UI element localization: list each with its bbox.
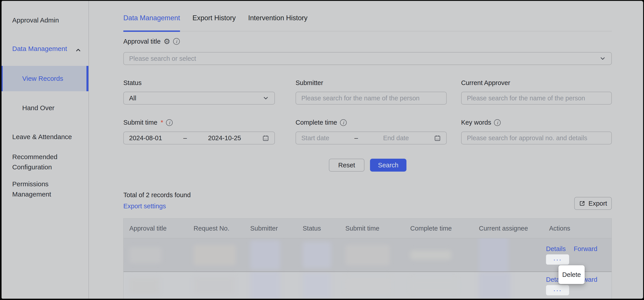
sidebar-item-permissions-management[interactable]: Permissions Management	[12, 179, 73, 199]
redacted-cell	[410, 279, 457, 293]
col-submit-time: Submit time	[340, 225, 404, 232]
chevron-up-icon	[75, 47, 82, 53]
col-current-assignee: Current assignee	[473, 225, 543, 232]
redacted-cell	[345, 245, 390, 265]
more-actions-button[interactable]: ···	[546, 254, 569, 265]
sidebar-item-leave-attendance[interactable]: Leave & Attendance	[12, 132, 72, 142]
redacted-cell	[250, 272, 280, 299]
app-window: Approval Admin Data Management View Reco…	[0, 0, 644, 300]
records-table: Approval title Request No. Submitter Sta…	[123, 218, 612, 299]
redacted-cell	[250, 240, 280, 270]
results-summary: Total of 2 records found	[123, 191, 191, 199]
export-icon	[579, 200, 586, 207]
complete-time-end-placeholder: End date	[383, 134, 409, 142]
col-approval-title: Approval title	[124, 225, 188, 232]
redacted-cell	[479, 272, 510, 299]
sidebar-item-approval-admin[interactable]: Approval Admin	[12, 15, 59, 25]
redacted-cell	[129, 278, 159, 294]
current-approver-input[interactable]	[461, 92, 612, 105]
more-actions-button[interactable]: ···	[546, 285, 569, 295]
current-approver-label: Current Approver	[461, 79, 510, 87]
submit-time-start: 2024-08-01	[129, 134, 162, 142]
complete-time-label: Complete time i	[296, 119, 347, 126]
sidebar-item-data-management[interactable]: Data Management	[12, 44, 67, 54]
chevron-down-icon	[262, 95, 269, 101]
gear-icon[interactable]: ⚙	[164, 38, 170, 45]
col-status: Status	[297, 225, 340, 232]
main-content: Data Management Export History Intervent…	[123, 1, 612, 299]
calendar-icon	[262, 135, 269, 141]
export-settings-link[interactable]: Export settings	[123, 203, 166, 210]
status-select[interactable]: All	[123, 92, 275, 105]
tab-bar: Data Management Export History Intervent…	[123, 1, 612, 31]
table-row[interactable]: Details Forward ···	[124, 272, 612, 299]
redacted-cell	[303, 273, 331, 299]
sidebar-item-view-records[interactable]: View Records	[2, 66, 88, 91]
date-range-separator: –	[183, 134, 187, 142]
approval-title-select[interactable]: Please search or select	[123, 52, 612, 65]
sidebar: Approval Admin Data Management View Reco…	[2, 1, 89, 299]
col-complete-time: Complete time	[404, 225, 473, 232]
key-words-input[interactable]	[461, 131, 612, 144]
menu-item-delete[interactable]: Delete	[562, 271, 581, 278]
submit-time-label: Submit time* i	[123, 119, 173, 126]
chevron-down-icon	[599, 55, 606, 62]
context-menu: Delete	[558, 265, 585, 284]
info-icon[interactable]: i	[340, 119, 347, 126]
complete-time-start-placeholder: Start date	[301, 134, 329, 142]
table-row[interactable]: Details Forward ···	[124, 238, 612, 272]
forward-link[interactable]: Forward	[574, 245, 597, 253]
key-words-label: Key words i	[461, 119, 501, 126]
export-button-label: Export	[588, 200, 607, 207]
submitter-label: Submitter	[296, 79, 323, 87]
redacted-cell	[129, 247, 162, 263]
sidebar-item-hand-over[interactable]: Hand Over	[22, 103, 54, 113]
tab-intervention-history[interactable]: Intervention History	[248, 14, 308, 31]
redacted-cell	[479, 238, 508, 271]
approval-title-placeholder: Please search or select	[129, 55, 196, 62]
reset-button[interactable]: Reset	[329, 159, 364, 172]
info-icon[interactable]: i	[166, 119, 173, 126]
submitter-input[interactable]	[296, 92, 447, 105]
search-button[interactable]: Search	[370, 159, 406, 172]
export-button[interactable]: Export	[574, 197, 612, 210]
required-asterisk: *	[161, 119, 163, 126]
col-request-no: Request No.	[188, 225, 244, 232]
submit-time-end: 2024-10-25	[208, 134, 241, 142]
sidebar-item-recommended-configuration[interactable]: Recommended Configuration	[12, 152, 73, 172]
approval-title-label: Approval title ⚙ i	[123, 38, 180, 45]
redacted-cell	[410, 250, 451, 260]
info-icon[interactable]: i	[173, 38, 180, 45]
sidebar-item-label: View Records	[22, 66, 63, 91]
complete-time-range-picker[interactable]: Start date – End date	[296, 131, 447, 144]
tab-export-history[interactable]: Export History	[192, 14, 236, 31]
submit-time-range-picker[interactable]: 2024-08-01 – 2024-10-25	[123, 131, 275, 144]
info-icon[interactable]: i	[494, 119, 501, 126]
table-header-row: Approval title Request No. Submitter Sta…	[124, 219, 612, 238]
details-link[interactable]: Details	[546, 245, 566, 253]
status-value: All	[129, 95, 136, 102]
redacted-cell	[194, 245, 236, 265]
status-label: Status	[123, 79, 142, 87]
redacted-cell	[194, 277, 235, 295]
col-actions: Actions	[543, 225, 612, 232]
redacted-cell	[345, 278, 391, 294]
col-submitter: Submitter	[244, 225, 297, 232]
redacted-cell	[303, 242, 331, 268]
tab-data-management[interactable]: Data Management	[123, 14, 180, 32]
date-range-separator: –	[354, 134, 358, 142]
calendar-icon	[434, 135, 441, 141]
